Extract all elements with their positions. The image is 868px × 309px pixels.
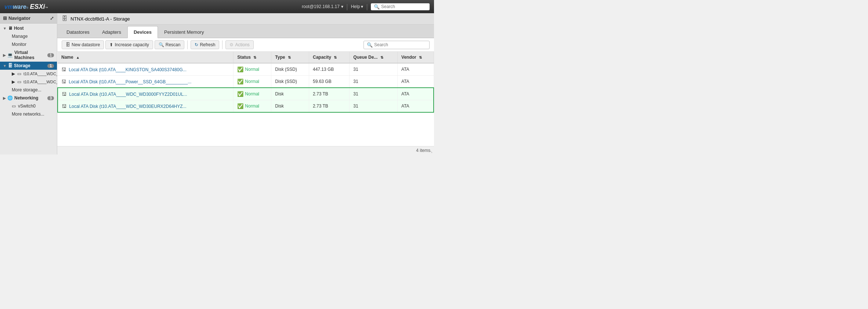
cell-capacity: 2.73 TB bbox=[309, 100, 349, 113]
tabs: Datastores Adapters Devices Persistent M… bbox=[57, 25, 434, 38]
sidebar-label-monitor: Monitor bbox=[12, 42, 26, 47]
user-info[interactable]: root@192.168.1.17 ▾ bbox=[302, 4, 343, 9]
sidebar-label-networking: Networking bbox=[14, 95, 38, 101]
refresh-icon: ↻ bbox=[195, 42, 198, 47]
col-name[interactable]: Name ▲ bbox=[58, 52, 234, 63]
cell-capacity: 447.13 GB bbox=[309, 63, 349, 76]
network-icon: 🌐 bbox=[7, 95, 13, 101]
refresh-button[interactable]: ↻ Refresh bbox=[191, 40, 219, 49]
cell-name[interactable]: 🖫 Local ATA Disk (t10.ATA____Power__SSD_… bbox=[58, 76, 234, 88]
cell-status: ✅ Normal bbox=[234, 88, 271, 100]
increase-capacity-icon: ⬆ bbox=[109, 42, 113, 47]
table-row[interactable]: 🖫 Local ATA Disk (t10.ATA____WDC_WD3000F… bbox=[58, 88, 434, 100]
topbar: vmware® ESXi™ root@192.168.1.17 ▾ | Help… bbox=[0, 0, 434, 13]
sidebar-item-host[interactable]: ▼ 🖥 Host bbox=[0, 24, 57, 32]
sidebar-item-networking[interactable]: ▶ 🌐 Networking 3 bbox=[0, 94, 57, 102]
main-layout: ⊞ Navigator ⤢ ▼ 🖥 Host Manage Monitor ▶ … bbox=[0, 13, 434, 154]
col-queue-depth[interactable]: Queue De... ⇅ bbox=[350, 52, 398, 63]
cell-capacity: 2.73 TB bbox=[309, 88, 349, 100]
status-text: Normal bbox=[245, 67, 259, 72]
sort-capacity-icon: ⇅ bbox=[334, 55, 337, 59]
cell-name[interactable]: 🖫 Local ATA Disk (t10.ATA____KINGSTON_SA… bbox=[58, 63, 234, 76]
sidebar-item-vms[interactable]: ▶ 💻 Virtual Machines 1 bbox=[0, 48, 57, 62]
net-badge: 3 bbox=[47, 96, 54, 100]
rescan-icon: 🔍 bbox=[159, 42, 164, 47]
search-toolbar-icon: 🔍 bbox=[367, 42, 373, 48]
toolbar-divider-2 bbox=[222, 40, 223, 49]
status-normal: ✅ Normal bbox=[237, 103, 267, 109]
expand-arrow-net-icon: ▶ bbox=[3, 96, 6, 100]
table-footer: 4 items ⤡ bbox=[57, 146, 434, 154]
col-capacity[interactable]: Capacity ⇅ bbox=[309, 52, 349, 63]
sidebar-item-manage[interactable]: Manage bbox=[0, 32, 57, 40]
col-vendor[interactable]: Vendor ⇅ bbox=[398, 52, 434, 63]
cell-status: ✅ Normal bbox=[234, 76, 271, 88]
disk-icon-1: ▶ bbox=[12, 71, 15, 76]
sidebar-item-t10-2[interactable]: ▶ ▭ t10.ATA____WDC_WD... bbox=[0, 78, 57, 86]
status-text: Normal bbox=[245, 91, 259, 97]
sidebar-item-more-networks[interactable]: More networks... bbox=[0, 110, 57, 118]
tab-adapters[interactable]: Adapters bbox=[96, 26, 127, 38]
cell-name[interactable]: 🖫 Local ATA Disk (t10.ATA____WDC_WD30EUR… bbox=[58, 100, 234, 113]
user-dropdown-icon[interactable]: ▾ bbox=[341, 4, 343, 9]
search-toolbar-input[interactable] bbox=[374, 42, 429, 47]
cell-type: Disk bbox=[271, 100, 309, 113]
navigator-header: ⊞ Navigator ⤢ bbox=[0, 13, 57, 23]
disk-name-link[interactable]: Local ATA Disk (t10.ATA____WDC_WD30EURX2… bbox=[69, 104, 186, 109]
tab-devices[interactable]: Devices bbox=[127, 26, 158, 38]
disk-name-link[interactable]: Local ATA Disk (t10.ATA____WDC_WD3000FYY… bbox=[69, 92, 187, 97]
help-button[interactable]: Help ▾ bbox=[351, 4, 364, 9]
actions-button[interactable]: ⚙ Actions bbox=[225, 40, 253, 49]
sidebar-section: ▼ 🖥 Host Manage Monitor ▶ 💻 Virtual Mach… bbox=[0, 23, 57, 119]
disk-name-link[interactable]: Local ATA Disk (t10.ATA____Power__SSD_64… bbox=[69, 79, 191, 84]
sidebar-item-t10-1[interactable]: ▶ ▭ t10.ATA____WDC_WD... bbox=[0, 70, 57, 78]
sidebar-label-manage: Manage bbox=[12, 34, 28, 39]
breadcrumb-title: NTNX-dccbf8d1-A - Storage bbox=[70, 16, 130, 22]
disk-icon-2: ▶ bbox=[12, 79, 15, 84]
disk-name-link[interactable]: Local ATA Disk (t10.ATA____KINGSTON_SA40… bbox=[69, 67, 186, 72]
gear-icon: ⚙ bbox=[229, 42, 234, 47]
cell-vendor: ATA bbox=[398, 63, 434, 76]
item-count: 4 items bbox=[416, 148, 430, 153]
rescan-button[interactable]: 🔍 Rescan bbox=[155, 40, 185, 49]
sort-type-icon: ⇅ bbox=[288, 55, 291, 59]
status-text: Normal bbox=[245, 103, 259, 109]
topbar-right: root@192.168.1.17 ▾ | Help ▾ | 🔍 bbox=[302, 3, 430, 11]
col-type[interactable]: Type ⇅ bbox=[271, 52, 309, 63]
expand-arrow-storage-icon: ▼ bbox=[3, 64, 7, 68]
storage-badge: 1 bbox=[47, 64, 54, 68]
separator2: | bbox=[366, 3, 368, 11]
breadcrumb-storage-icon: 🗄 bbox=[62, 15, 68, 22]
increase-capacity-button[interactable]: ⬆ Increase capacity bbox=[105, 40, 153, 49]
table-row[interactable]: 🖫 Local ATA Disk (t10.ATA____WDC_WD30EUR… bbox=[58, 100, 434, 113]
vm-icon: 💻 bbox=[7, 52, 13, 58]
nav-expand-btn[interactable]: ⤢ bbox=[50, 15, 54, 21]
cell-status: ✅ Normal bbox=[234, 100, 271, 113]
vmware-logo: vmware® ESXi™ bbox=[4, 3, 48, 11]
table-row[interactable]: 🖫 Local ATA Disk (t10.ATA____KINGSTON_SA… bbox=[58, 63, 434, 76]
search-top-container: 🔍 bbox=[371, 3, 430, 10]
cell-vendor: ATA bbox=[398, 76, 434, 88]
disk-drive-icon: 🖫 bbox=[61, 79, 66, 84]
vswitch-icon: ▭ bbox=[12, 103, 16, 109]
check-circle-icon: ✅ bbox=[237, 91, 243, 97]
resize-handle[interactable]: ⤡ bbox=[430, 150, 433, 154]
col-status[interactable]: Status ⇅ bbox=[234, 52, 271, 63]
disk-drive-icon: 🖫 bbox=[62, 91, 66, 97]
check-circle-icon: ✅ bbox=[237, 79, 243, 84]
cell-queue-depth: 31 bbox=[350, 63, 398, 76]
tab-datastores[interactable]: Datastores bbox=[60, 26, 96, 38]
toolbar-divider-1 bbox=[187, 40, 188, 49]
sidebar-item-storage[interactable]: ▼ 🗄 Storage 1 bbox=[0, 62, 57, 70]
table-row[interactable]: 🖫 Local ATA Disk (t10.ATA____Power__SSD_… bbox=[58, 76, 434, 88]
tab-persistent-memory[interactable]: Persistent Memory bbox=[158, 26, 210, 38]
sidebar-item-monitor[interactable]: Monitor bbox=[0, 40, 57, 48]
search-top-input[interactable] bbox=[381, 4, 429, 9]
cell-name[interactable]: 🖫 Local ATA Disk (t10.ATA____WDC_WD3000F… bbox=[58, 88, 234, 100]
sidebar-label-more-networks: More networks... bbox=[12, 112, 44, 117]
cell-vendor: ATA bbox=[398, 100, 434, 113]
sidebar-item-vswitch0[interactable]: ▭ vSwitch0 bbox=[0, 102, 57, 110]
sidebar-item-more-storage[interactable]: More storage... bbox=[0, 86, 57, 94]
new-datastore-button[interactable]: 🗄 New datastore bbox=[62, 40, 104, 49]
sidebar-label-host: Host bbox=[14, 26, 24, 31]
